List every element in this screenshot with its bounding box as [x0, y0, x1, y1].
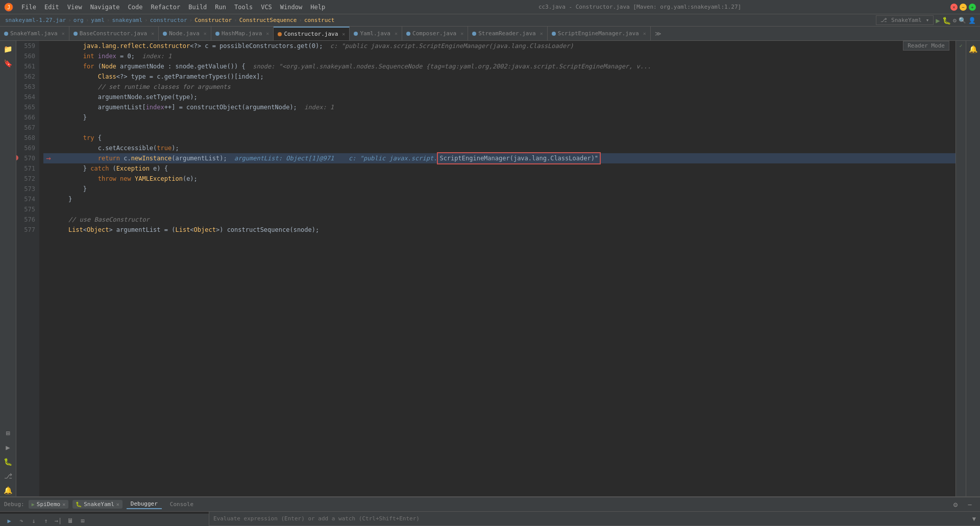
code-line-568: try { [43, 133, 962, 143]
tab-icon-node [163, 32, 167, 36]
tab-close-snakeyaml[interactable]: ✕ [62, 31, 65, 36]
breadcrumb-ConstructSequence[interactable]: ConstructSequence [239, 17, 297, 23]
tab-yaml[interactable]: Yaml.java ✕ [350, 27, 402, 41]
run-button[interactable]: ▶ [936, 16, 940, 25]
breadcrumb-snakeyaml-jar[interactable]: snakeyaml-1.27.jar [5, 17, 66, 23]
tab-baseconstructor[interactable]: BaseConstructor.java ✕ [69, 27, 159, 41]
tab-close-baseconstructor[interactable]: ✕ [151, 31, 154, 36]
svg-text:J: J [7, 5, 10, 10]
tab-icon-composer [406, 32, 410, 36]
right-gutter: ✓ [955, 41, 966, 496]
code-line-560: int index = 0; index: 1 [43, 51, 962, 61]
code-line-570: → return c.newInstance(argumentList); ar… [43, 153, 962, 163]
tab-streamreader[interactable]: StreamReader.java ✕ [468, 27, 548, 41]
debug-session-spidemo[interactable]: ▶ SpiDemo ✕ [29, 500, 68, 509]
step-over-btn[interactable]: ↷ [16, 516, 27, 526]
notifications-right-icon[interactable]: 🔔 [967, 43, 979, 55]
code-line-567 [43, 123, 962, 133]
ln-564: 564 [20, 92, 35, 102]
tab-close-streamreader[interactable]: ✕ [540, 31, 543, 36]
debug-run-button[interactable]: 🐛 [942, 16, 951, 25]
structure-icon[interactable]: ⊞ [2, 427, 14, 439]
menu-code[interactable]: Code [124, 3, 147, 12]
run-to-cursor-btn[interactable]: →| [53, 516, 63, 526]
window-controls: ✕ − + [950, 4, 976, 11]
tab-hashmap[interactable]: HashMap.java ✕ [211, 27, 274, 41]
tabs-overflow[interactable]: ≫ [655, 30, 662, 37]
git-icon[interactable]: ⎇ [2, 470, 14, 482]
ln-569: 569 [20, 143, 35, 153]
tab-close-constructor[interactable]: ✕ [342, 31, 345, 37]
tab-icon-yaml [354, 32, 358, 36]
maximize-button[interactable]: + [969, 4, 976, 11]
tab-constructor[interactable]: Constructor.java ✕ [274, 27, 350, 41]
bookmark-icon[interactable]: 🔖 [2, 57, 14, 69]
step-into-btn[interactable]: ↓ [29, 516, 39, 526]
top-right-toolbar: ⎇ SnakeYaml ▾ ▶ 🐛 ⚙ 🔍 👤 [876, 15, 976, 25]
notifications-icon[interactable]: 🔔 [2, 484, 14, 496]
breadcrumb-Constructor[interactable]: Constructor [194, 17, 232, 23]
breadcrumb-yaml[interactable]: yaml [91, 17, 105, 23]
menu-edit[interactable]: Edit [40, 3, 63, 12]
menu-view[interactable]: View [63, 3, 86, 12]
menu-run[interactable]: Run [211, 3, 230, 12]
tab-close-node[interactable]: ✕ [204, 31, 207, 36]
project-icon[interactable]: 📁 [2, 43, 14, 55]
breadcrumb-org[interactable]: org [74, 17, 84, 23]
eval-input[interactable] [213, 515, 970, 522]
breadcrumb-construct[interactable]: construct [304, 17, 335, 23]
tab-composer[interactable]: Composer.java ✕ [402, 27, 468, 41]
branch-selector[interactable]: ⎇ SnakeYaml ▾ [876, 15, 934, 25]
close-button[interactable]: ✕ [950, 4, 958, 11]
run-sidebar-icon[interactable]: ▶ [2, 441, 14, 453]
debug-tab-console[interactable]: Console [166, 500, 198, 509]
step-out-btn[interactable]: ↑ [41, 516, 51, 526]
evaluate-btn[interactable]: 🖩 [65, 516, 76, 526]
left-sidebar: 📁 🔖 ⊞ ▶ 🐛 ⎇ 🔔 [0, 41, 16, 496]
debug-variables-panel: ▼ ⊗ ((org.apache.commons.collections.map… [209, 512, 980, 526]
debug-sidebar-icon[interactable]: 🐛 [2, 456, 14, 468]
search-button[interactable]: 🔍 [959, 17, 966, 24]
code-line-561: for (Node argumentNode : snode.getValue(… [43, 61, 962, 71]
code-line-565: argumentList[index++] = constructObject(… [43, 102, 962, 112]
tab-close-yaml[interactable]: ✕ [395, 31, 398, 36]
ln-568: 568 [20, 133, 35, 143]
tab-close-hashmap[interactable]: ✕ [266, 31, 269, 36]
avatar-button[interactable]: 👤 [968, 17, 976, 24]
menu-help[interactable]: Help [306, 3, 329, 12]
tab-node[interactable]: Node.java ✕ [159, 27, 211, 41]
minimize-debug-icon[interactable]: − [964, 498, 976, 511]
menu-navigate[interactable]: Navigate [86, 3, 124, 12]
code-line-571: } catch (Exception e) { [43, 163, 962, 174]
minimize-button[interactable]: − [960, 4, 967, 11]
tab-close-scriptenginemanager[interactable]: ✕ [643, 31, 646, 36]
ln-560: 560 [20, 51, 35, 61]
menu-refactor[interactable]: Refactor [146, 3, 184, 12]
eval-bar: ▼ [209, 512, 980, 526]
debug-tab-debugger[interactable]: Debugger [127, 499, 162, 509]
eval-settings-icon[interactable]: ▼ [972, 515, 976, 522]
menu-file[interactable]: File [17, 3, 40, 12]
tab-scriptenginemanager[interactable]: ScriptEngineManager.java ✕ [548, 27, 651, 41]
ln-559: 559 [20, 41, 35, 51]
menu-window[interactable]: Window [276, 3, 306, 12]
breadcrumb-snakeyaml[interactable]: snakeyaml [112, 17, 142, 23]
reader-mode-button[interactable]: Reader Mode [903, 41, 949, 51]
debug-panel-controls: ⚙ − [949, 498, 976, 511]
restore-layout-btn[interactable]: ⊞ [78, 516, 88, 526]
menu-build[interactable]: Build [184, 3, 211, 12]
debug-session-snakeyaml[interactable]: 🐛 SnakeYaml ✕ [72, 500, 122, 509]
tab-icon-baseconstructor [74, 32, 78, 36]
tab-close-composer[interactable]: ✕ [460, 31, 463, 36]
menu-tools[interactable]: Tools [230, 3, 257, 12]
code-content[interactable]: java.lang.reflect.Constructor<?> c = pos… [39, 41, 966, 496]
tab-snakeyaml[interactable]: SnakeYaml.java ✕ [0, 27, 69, 41]
menu-vcs[interactable]: VCS [257, 3, 276, 12]
ln-570: 570 [20, 153, 35, 163]
resume-btn[interactable]: ▶ [4, 516, 14, 526]
settings-button[interactable]: ⚙ [953, 17, 957, 24]
right-sidebar: 🔔 [966, 41, 980, 496]
breadcrumb-constructor[interactable]: constructor [150, 17, 187, 23]
debug-body: ▶ ↷ ↓ ↑ →| 🖩 ⊞ "main"@1 in group "main":… [0, 512, 980, 526]
settings-debug-icon[interactable]: ⚙ [949, 498, 962, 511]
